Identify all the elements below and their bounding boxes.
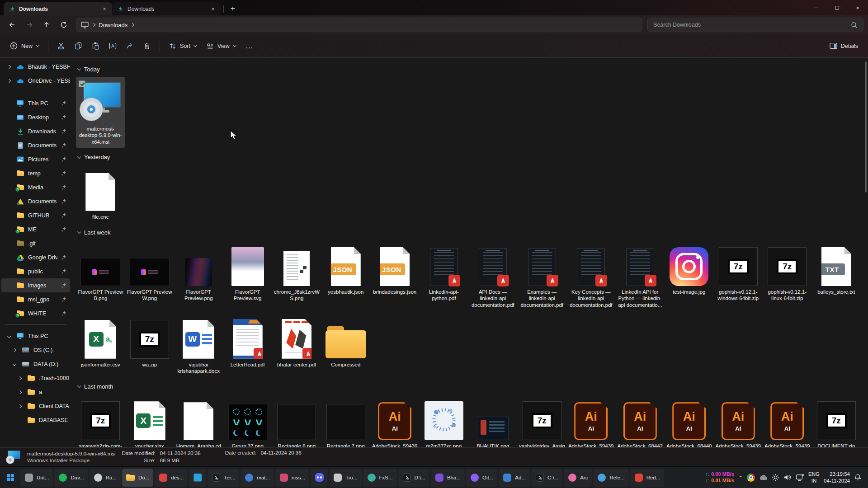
file-tile[interactable]: TXTbaileys_store.txt (812, 240, 861, 298)
chevron-right-icon[interactable] (11, 349, 18, 352)
file-tile[interactable]: 7zwa.zip (125, 313, 175, 371)
file-tile[interactable]: JSONyesbhautik.json (321, 240, 371, 298)
taskbar-item-arc[interactable]: Arc (564, 469, 592, 487)
file-tile[interactable]: AiAIAdobeStock_594399656.ai (763, 394, 812, 447)
file-tile[interactable]: FlavorGPT Preview.png (174, 240, 223, 305)
minimize-button[interactable] (806, 0, 826, 15)
group-header-yesterday[interactable]: Yesterday (78, 151, 868, 163)
chrome-icon[interactable] (747, 474, 755, 482)
maximize-button[interactable] (826, 0, 847, 15)
taskbar-item-mat[interactable]: mat... (241, 469, 274, 487)
file-tile[interactable]: Homem_Aranha.cdr (174, 394, 223, 447)
sidebar-item-images[interactable]: images (1, 278, 70, 292)
volume-icon[interactable] (783, 474, 792, 481)
sidebar-item-white[interactable]: WHITE (1, 306, 70, 320)
view-button[interactable]: View (202, 38, 241, 54)
tab-close-icon[interactable]: × (209, 5, 217, 13)
file-tile[interactable]: FlavorGPT Preview W.png (125, 240, 175, 305)
file-tile[interactable]: JSONbrindadesings.json (370, 240, 420, 298)
tab-downloads[interactable]: Downloads× (4, 2, 112, 15)
taskbar-item-git[interactable]: Git... (466, 469, 497, 487)
sidebar-item-temp[interactable]: temp (1, 166, 70, 180)
cut-button[interactable] (53, 38, 69, 54)
sidebar-item-me[interactable]: ME (1, 222, 70, 236)
close-button[interactable]: × (847, 0, 868, 15)
language-indicator[interactable]: ENG IN (808, 471, 820, 484)
file-tile[interactable]: AiAIAdobeStock_594399656 [Converted] cop… (566, 394, 616, 447)
sidebar-item-documents[interactable]: Documents (1, 138, 70, 152)
search-input[interactable] (653, 22, 851, 28)
sidebar-item-github[interactable]: GITHUB (1, 208, 70, 222)
file-tile[interactable]: Rectangle 7.png (321, 394, 371, 447)
sidebar-item-media[interactable]: Media (1, 180, 70, 194)
file-tile[interactable]: Rectangle 6.png (272, 394, 321, 447)
file-tile[interactable]: FlavorGPT Preview B.png (76, 240, 125, 305)
file-tile[interactable]: test-image.jpg (665, 240, 714, 298)
file-tile[interactable]: LetterHead.pdf (223, 313, 273, 371)
taskbar-item-niss[interactable]: niss... (275, 469, 309, 487)
file-tile[interactable]: bhatar center.pdf (272, 313, 321, 371)
taskbar-item-bha[interactable]: Bha... (431, 469, 465, 487)
sidebar-item-this-pc[interactable]: This PC (1, 329, 70, 343)
file-tile[interactable]: API Docs — linkedin-api documentation.pd… (468, 240, 518, 311)
new-button[interactable]: New (5, 38, 43, 54)
taskbar-item-c[interactable]: C:\... (531, 469, 562, 487)
file-tile[interactable]: Xvoucher.xlsx (125, 394, 175, 447)
forward-button[interactable] (22, 18, 37, 32)
file-tile[interactable]: 7zgophish-v0.12.1-linux-64bit.zip (763, 240, 812, 305)
chevron-right-icon[interactable] (6, 66, 12, 68)
file-tile[interactable]: BHAUTIK.png (468, 394, 518, 447)
sidebar-item-database[interactable]: DATABASE (1, 413, 70, 427)
details-pane-button[interactable]: Details (825, 38, 863, 54)
file-tile[interactable]: 7zsaveweb2zip-com-www-harness-io.zip (76, 394, 125, 447)
file-tile[interactable]: file.enc (76, 165, 125, 223)
share-button[interactable] (122, 38, 138, 54)
file-tile[interactable]: Key Concepts — linkedin-api documentatio… (566, 240, 616, 311)
taskbar-item-ra[interactable]: Ra... (90, 469, 121, 487)
sidebar-item-onedrive-yesb[interactable]: OneDrive - YESB (1, 74, 70, 88)
search-box[interactable] (647, 18, 863, 32)
scrollbar-thumb[interactable] (865, 61, 867, 192)
chevron-down-icon[interactable] (11, 363, 18, 366)
clock[interactable]: 23:19:54 04-11-2024 (824, 471, 850, 484)
chevron-right-icon[interactable] (17, 405, 23, 408)
taskbar-item-fxs[interactable]: FxS... (363, 469, 397, 487)
file-tile[interactable]: AiAIAdobeStock_684401528.ai (665, 394, 714, 447)
taskbar-item-vscode[interactable] (189, 469, 206, 487)
vertical-scrollbar[interactable] (864, 60, 867, 446)
chevron-right-icon[interactable] (17, 377, 23, 380)
file-tile[interactable]: FlavorGPT Preview.svg (223, 240, 273, 305)
sidebar-item-desktop[interactable]: Desktop (1, 110, 70, 124)
breadcrumb-segment[interactable]: Downloads (99, 22, 127, 28)
start-button[interactable] (2, 469, 19, 487)
taskbar-item-discord[interactable] (311, 469, 328, 487)
more-options-button[interactable]: ... (241, 38, 258, 54)
delete-button[interactable] (139, 38, 155, 54)
file-tile[interactable]: chrome_J8sk1zrvWS.png (272, 240, 321, 305)
sidebar-item-downloads[interactable]: Downloads (1, 124, 70, 138)
taskbar-item-dav[interactable]: Dav... (54, 469, 88, 487)
back-button[interactable] (5, 18, 20, 32)
up-button[interactable] (39, 18, 54, 32)
file-tile[interactable]: Compressed (321, 313, 371, 371)
sidebar-item--git[interactable]: .git (1, 236, 70, 250)
taskbar-item-rele[interactable]: Rele... (593, 469, 628, 487)
file-tile[interactable]: AiAIAdobeStock_684425862.ai (616, 394, 665, 447)
chevron-right-icon[interactable] (6, 80, 12, 82)
file-tile[interactable]: m2m377xc.png (420, 394, 469, 447)
file-tile[interactable]: LinkedIn API for Python — linkedin-api d… (616, 240, 665, 311)
selection-checkbox[interactable] (79, 80, 85, 87)
sidebar-item-documents[interactable]: Documents (1, 194, 70, 208)
paste-button[interactable] (87, 38, 104, 54)
sidebar-item-client-data[interactable]: Client DATA (1, 399, 70, 413)
chevron-down-icon[interactable] (6, 335, 12, 338)
refresh-button[interactable] (56, 18, 71, 32)
group-header-last-week[interactable]: Last week (78, 226, 868, 238)
sidebar-item-data-d-[interactable]: DATA (D:) (1, 357, 70, 371)
file-tile[interactable]: 7zyashvidotdev_AssignmentRepo-main.zip (518, 394, 567, 447)
cast-display-icon[interactable] (796, 474, 804, 481)
sidebar-item-google-drive[interactable]: Google Drive (1, 250, 70, 264)
taskbar-item-unt[interactable]: Unt... (20, 469, 53, 487)
file-tile[interactable]: Wvajubhai krishanapark.docx (174, 313, 223, 377)
brightness-icon[interactable] (772, 474, 779, 481)
